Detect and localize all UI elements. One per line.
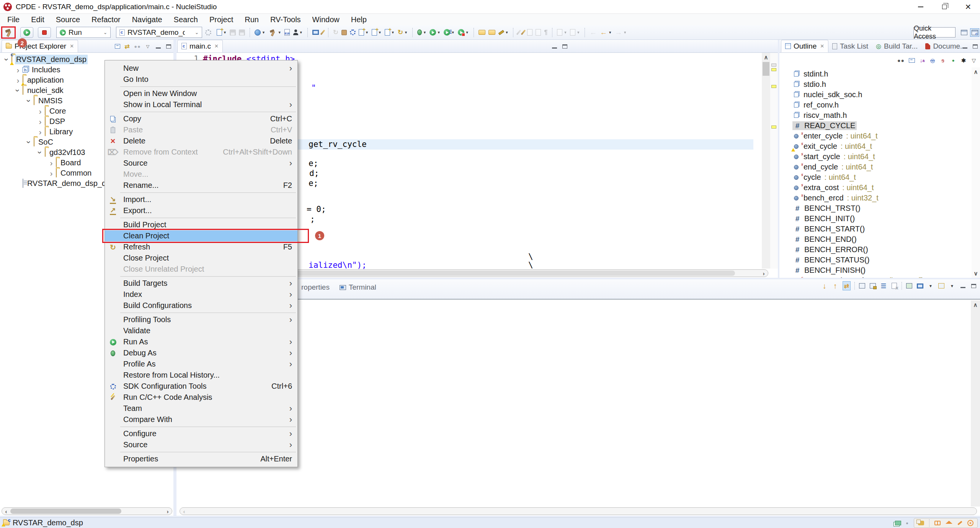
quick-access-button[interactable]: Quick Access: [913, 27, 956, 37]
menubar-run[interactable]: Run: [239, 15, 265, 24]
show-source-icon[interactable]: [534, 27, 542, 38]
open-element-icon[interactable]: [477, 27, 487, 38]
maximize-view-icon[interactable]: [562, 44, 567, 49]
menubar-file[interactable]: File: [2, 15, 25, 24]
menubar-rv-tools[interactable]: RV-Tools: [265, 15, 307, 24]
binary-file-icon[interactable]: 010: [283, 27, 291, 38]
menubar-search[interactable]: Search: [168, 15, 204, 24]
annotation-marker[interactable]: [771, 64, 776, 67]
chevron-down-icon[interactable]: ▼: [391, 31, 395, 34]
save-all-icon[interactable]: [237, 27, 247, 38]
close-tab-icon[interactable]: ✕: [70, 43, 74, 49]
outline-item-bench-ercd[interactable]: sbench_ercd : uint32_t: [779, 193, 971, 203]
hide-non-public-icon[interactable]: ●: [950, 58, 956, 63]
outline-item-enter-cycle[interactable]: senter_cycle : uint64_t: [779, 131, 971, 141]
view-menu-icon[interactable]: ▽: [971, 57, 977, 64]
menu-item-source[interactable]: Source›: [105, 439, 297, 450]
chevron-down-icon[interactable]: ▼: [505, 31, 509, 34]
tab-terminal[interactable]: Terminal: [336, 282, 379, 293]
menu-item-run-c-c-code-analysis[interactable]: Run C/C++ Code Analysis: [105, 392, 297, 403]
chevron-down-icon[interactable]: ▼: [278, 31, 281, 34]
menubar-edit[interactable]: Edit: [25, 15, 50, 24]
outline-item-stdint-h[interactable]: stdint.h: [779, 69, 971, 79]
stop-button[interactable]: [38, 27, 51, 38]
link-with-editor-icon[interactable]: ⇄: [124, 43, 131, 50]
tab-roperties[interactable]: roperties: [298, 282, 333, 293]
outline-item-bench-status[interactable]: #BENCH_STATUS(): [779, 255, 971, 265]
minimize-view-icon[interactable]: [156, 47, 161, 49]
sort-icon[interactable]: ↓a: [919, 57, 925, 64]
expand-arrow-icon[interactable]: ›: [36, 128, 44, 136]
editor-vscrollbar[interactable]: ∧: [762, 53, 770, 269]
chevron-down-icon[interactable]: ▼: [564, 31, 567, 34]
minimize-view-icon[interactable]: [552, 47, 557, 49]
build-hammer-icon[interactable]: [4, 29, 13, 36]
run-icon[interactable]: ▼: [428, 27, 442, 38]
menubar-source[interactable]: Source: [50, 15, 86, 24]
open-perspective-button[interactable]: [959, 28, 969, 37]
focus-icon[interactable]: ●●: [897, 57, 905, 64]
chevron-down-icon[interactable]: ▼: [437, 31, 441, 34]
outline-item-bench-error[interactable]: #BENCH_ERROR(): [779, 244, 971, 255]
tab-main-c[interactable]: c main.c ✕: [177, 40, 223, 52]
menubar-help[interactable]: Help: [345, 15, 372, 24]
about-icon[interactable]: ★: [967, 520, 973, 526]
scroll-right-icon[interactable]: ›: [760, 270, 768, 277]
menu-item-remove-from-context[interactable]: ⌦Remove from ContextCtrl+Alt+Shift+Down: [105, 147, 297, 158]
tab-build-tar[interactable]: ◎Build Tar...: [872, 40, 921, 52]
scroll-right-icon[interactable]: ›: [163, 508, 172, 515]
outline-item-extra-cost[interactable]: sextra_cost : uint64_t: [779, 183, 971, 193]
maximize-view-icon[interactable]: [166, 44, 171, 49]
sort-view-icon[interactable]: ▼: [555, 27, 568, 38]
chevron-down-icon[interactable]: ▼: [404, 31, 408, 34]
outline-item-start-cycle[interactable]: sstart_cycle : uint64_t: [779, 152, 971, 162]
expand-arrow-icon[interactable]: ›: [47, 169, 55, 177]
outline-item-test-conv-input-f32-a[interactable]: stest_conv_input_f32_A : float32_t[]: [779, 275, 971, 278]
new-console-icon[interactable]: [938, 283, 944, 288]
chevron-down-icon[interactable]: ▼: [365, 31, 369, 34]
menu-item-import[interactable]: ↘Import...: [105, 194, 297, 205]
launch-mode-combo[interactable]: Run ⌄: [56, 27, 111, 38]
back-icon[interactable]: ←▼: [598, 27, 613, 38]
collapse-arrow-icon[interactable]: ›: [14, 87, 22, 95]
minimize-view-icon[interactable]: [960, 287, 965, 288]
occurrence-marker[interactable]: [771, 68, 776, 71]
open-console-icon[interactable]: [906, 283, 912, 288]
menu-item-profile-as[interactable]: Profile As›: [105, 359, 297, 370]
view-menu-icon[interactable]: ▽: [144, 43, 151, 50]
menu-item-new[interactable]: New›: [105, 63, 297, 74]
minimize-button[interactable]: [909, 0, 933, 13]
chevron-down-icon[interactable]: ▼: [927, 281, 934, 290]
outline-item-exit-cycle[interactable]: sexit_cycle : uint64_t: [779, 141, 971, 152]
mark-occurrences-icon[interactable]: [521, 27, 526, 38]
expand-arrow-icon[interactable]: ›: [14, 66, 22, 74]
outline-item-stdio-h[interactable]: stdio.h: [779, 79, 971, 90]
expand-arrow-icon[interactable]: ›: [14, 76, 22, 84]
pen-icon[interactable]: [320, 27, 325, 38]
occurrence-marker[interactable]: [771, 125, 776, 129]
menu-item-copy[interactable]: CopyCtrl+C: [105, 113, 297, 124]
collapse-arrow-icon[interactable]: ›: [25, 97, 33, 105]
menu-item-profiling-tools[interactable]: Profiling Tools›: [105, 314, 297, 325]
outline-item-bench-init[interactable]: #BENCH_INIT(): [779, 213, 971, 224]
annotate-icon[interactable]: [516, 27, 521, 38]
menu-item-refresh[interactable]: ↻RefreshF5: [105, 241, 297, 253]
scroll-lock-up-icon[interactable]: ↑: [832, 281, 839, 290]
chevron-down-icon[interactable]: ▼: [451, 31, 455, 34]
generate-code-icon[interactable]: ↻▼: [396, 27, 409, 38]
close-tab-icon[interactable]: ✕: [820, 43, 824, 49]
scroll-down-icon[interactable]: ∨: [972, 269, 980, 277]
new-c-project-icon[interactable]: ▼: [357, 27, 370, 38]
menu-item-build-targets[interactable]: Build Targets›: [105, 278, 297, 289]
save-icon[interactable]: [228, 27, 237, 38]
scroll-left-icon[interactable]: ‹: [180, 508, 188, 515]
remote-terminal-icon[interactable]: [311, 27, 320, 38]
skip-all-breakpoints-icon[interactable]: ▼: [253, 27, 267, 38]
menu-item-source[interactable]: Source›: [105, 158, 297, 169]
chevron-down-icon[interactable]: ▼: [949, 281, 956, 290]
menu-item-move[interactable]: Move...: [105, 169, 297, 180]
outline-vscrollbar[interactable]: ∧ ∨: [972, 67, 980, 278]
console-vscrollbar[interactable]: ∧: [971, 300, 980, 507]
run-button[interactable]: [20, 27, 33, 38]
clear-console-icon[interactable]: [892, 283, 897, 289]
